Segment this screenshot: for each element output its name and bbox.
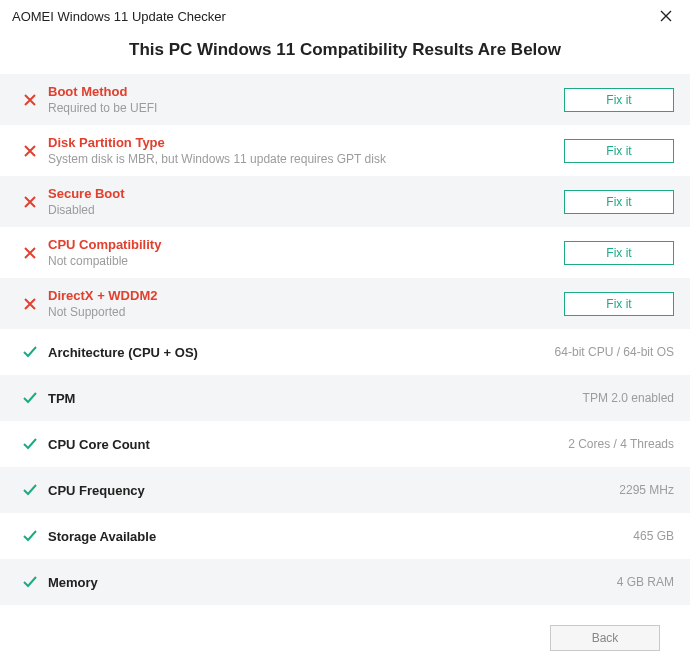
result-subtitle: Disabled [48,203,564,217]
result-value: 2295 MHz [609,483,674,497]
result-title: CPU Frequency [48,483,609,498]
result-row-pass: TPMTPM 2.0 enabled [0,375,690,421]
result-texts: Storage Available [44,529,623,544]
result-title: CPU Compatibility [48,237,564,252]
titlebar: AOMEI Windows 11 Update Checker [0,0,690,28]
check-icon [16,390,44,406]
result-title: CPU Core Count [48,437,558,452]
result-row-fail: CPU CompatibilityNot compatibleFix it [0,227,690,278]
check-icon [16,528,44,544]
result-texts: DirectX + WDDM2Not Supported [44,288,564,319]
result-texts: Memory [44,575,607,590]
cross-icon [16,145,44,157]
check-icon [16,436,44,452]
result-row-pass: CPU Core Count2 Cores / 4 Threads [0,421,690,467]
result-row-pass: Storage Available465 GB [0,513,690,559]
cross-icon [16,298,44,310]
result-title: DirectX + WDDM2 [48,288,564,303]
result-row-fail: Disk Partition TypeSystem disk is MBR, b… [0,125,690,176]
result-subtitle: System disk is MBR, but Windows 11 updat… [48,152,564,166]
result-row-fail: Secure BootDisabledFix it [0,176,690,227]
result-title: Storage Available [48,529,623,544]
fix-button[interactable]: Fix it [564,139,674,163]
result-value: TPM 2.0 enabled [573,391,674,405]
fix-button[interactable]: Fix it [564,190,674,214]
footer: Back [550,625,660,651]
result-title: Memory [48,575,607,590]
cross-icon [16,196,44,208]
cross-icon [16,247,44,259]
result-title: Boot Method [48,84,564,99]
result-title: TPM [48,391,573,406]
check-icon [16,482,44,498]
result-texts: Architecture (CPU + OS) [44,345,545,360]
result-value: 4 GB RAM [607,575,674,589]
result-title: Secure Boot [48,186,564,201]
check-icon [16,574,44,590]
fix-button[interactable]: Fix it [564,292,674,316]
result-texts: CPU CompatibilityNot compatible [44,237,564,268]
result-texts: TPM [44,391,573,406]
result-row-fail: DirectX + WDDM2Not SupportedFix it [0,278,690,329]
fix-button[interactable]: Fix it [564,241,674,265]
fix-button[interactable]: Fix it [564,88,674,112]
result-row-fail: Boot MethodRequired to be UEFIFix it [0,74,690,125]
cross-icon [16,94,44,106]
results-list: Boot MethodRequired to be UEFIFix itDisk… [0,74,690,605]
result-texts: CPU Core Count [44,437,558,452]
result-subtitle: Not compatible [48,254,564,268]
result-subtitle: Required to be UEFI [48,101,564,115]
result-subtitle: Not Supported [48,305,564,319]
result-row-pass: Architecture (CPU + OS)64-bit CPU / 64-b… [0,329,690,375]
result-title: Architecture (CPU + OS) [48,345,545,360]
result-texts: Boot MethodRequired to be UEFI [44,84,564,115]
result-texts: CPU Frequency [44,483,609,498]
result-value: 64-bit CPU / 64-bit OS [545,345,674,359]
back-button[interactable]: Back [550,625,660,651]
result-row-pass: CPU Frequency2295 MHz [0,467,690,513]
result-value: 2 Cores / 4 Threads [558,437,674,451]
close-icon[interactable] [654,8,678,24]
result-texts: Disk Partition TypeSystem disk is MBR, b… [44,135,564,166]
result-texts: Secure BootDisabled [44,186,564,217]
page-heading: This PC Windows 11 Compatibility Results… [0,28,690,74]
result-title: Disk Partition Type [48,135,564,150]
window-title: AOMEI Windows 11 Update Checker [12,9,226,24]
check-icon [16,344,44,360]
result-value: 465 GB [623,529,674,543]
result-row-pass: Memory4 GB RAM [0,559,690,605]
